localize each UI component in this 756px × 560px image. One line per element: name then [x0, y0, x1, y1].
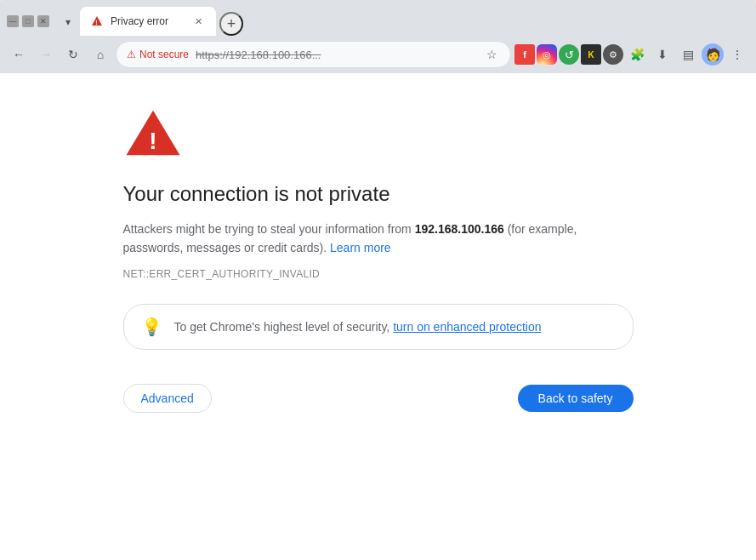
suggestion-text: To get Chrome's highest level of securit… [174, 320, 542, 334]
error-description: Attackers might be trying to steal your … [123, 220, 634, 258]
extension-icons: f ◎ ↺ K ⚙ 🧩 ⬇ ▤ 🧑 ⋮ [514, 43, 749, 66]
reload-button[interactable]: ↻ [61, 43, 85, 66]
ext-purple-icon[interactable]: K [581, 44, 601, 65]
url-display: https://192.168.100.166... [196, 49, 476, 61]
error-title: Your connection is not private [123, 182, 634, 206]
browser-window: — □ ✕ ▾ ! Privacy error ✕ + ← → ↻ ⌂ [0, 0, 756, 560]
title-bar: — □ ✕ ▾ ! Privacy error ✕ + [0, 0, 756, 36]
learn-more-link[interactable]: Learn more [330, 241, 391, 254]
forward-button[interactable]: → [34, 43, 58, 66]
active-tab[interactable]: ! Privacy error ✕ [80, 7, 216, 36]
back-button[interactable]: ← [7, 43, 31, 66]
warning-icon-container: ! [123, 107, 634, 162]
security-label: Not secure [139, 49, 189, 60]
page-content: ! Your connection is not private Attacke… [0, 73, 756, 560]
close-window-button[interactable]: ✕ [37, 15, 49, 27]
extensions-button[interactable]: 🧩 [625, 43, 649, 66]
description-prefix: Attackers might be trying to steal your … [123, 222, 415, 236]
security-suggestion-box: 💡 To get Chrome's highest level of secur… [123, 304, 634, 350]
ext-green-icon[interactable]: ↺ [559, 44, 579, 65]
security-badge: ⚠ Not secure [127, 49, 189, 60]
tab-favicon: ! [90, 14, 104, 28]
tab-title: Privacy error [111, 15, 184, 27]
toolbar: ← → ↻ ⌂ ⚠ Not secure https://192.168.100… [0, 36, 756, 73]
more-menu-button[interactable]: ⋮ [725, 43, 749, 66]
maximize-button[interactable]: □ [22, 15, 34, 27]
warning-icon: ⚠ [127, 49, 136, 60]
address-bar[interactable]: ⚠ Not secure https://192.168.100.166... … [116, 41, 511, 68]
advanced-button[interactable]: Advanced [123, 384, 212, 413]
new-tab-button[interactable]: + [219, 12, 243, 36]
profile-button[interactable]: 🧑 [702, 43, 724, 66]
bookmark-button[interactable]: ☆ [483, 46, 500, 63]
minimize-button[interactable]: — [7, 15, 19, 27]
action-buttons: Advanced Back to safety [123, 384, 634, 413]
ext-feedly-icon[interactable]: f [514, 44, 535, 65]
svg-text:!: ! [95, 20, 97, 26]
ext-gear-icon[interactable]: ⚙ [603, 44, 623, 65]
svg-text:!: ! [149, 128, 156, 154]
tab-dropdown-button[interactable]: ▾ [56, 9, 80, 36]
enhanced-protection-link[interactable]: turn on enhanced protection [393, 320, 541, 334]
tab-close-button[interactable]: ✕ [190, 14, 206, 29]
tab-bar: ▾ ! Privacy error ✕ + [56, 7, 749, 36]
sidebar-button[interactable]: ▤ [676, 43, 700, 66]
error-container: ! Your connection is not private Attacke… [123, 107, 634, 413]
home-button[interactable]: ⌂ [88, 43, 112, 66]
ext-instagram-icon[interactable]: ◎ [537, 44, 557, 65]
back-to-safety-button[interactable]: Back to safety [518, 385, 634, 412]
bulb-icon: 💡 [141, 317, 162, 337]
error-host: 192.168.100.166 [415, 222, 504, 236]
window-controls: — □ ✕ [7, 15, 49, 27]
error-code: NET::ERR_CERT_AUTHORITY_INVALID [123, 268, 634, 280]
suggestion-prefix: To get Chrome's highest level of securit… [174, 320, 394, 334]
downloads-button[interactable]: ⬇ [651, 43, 674, 66]
